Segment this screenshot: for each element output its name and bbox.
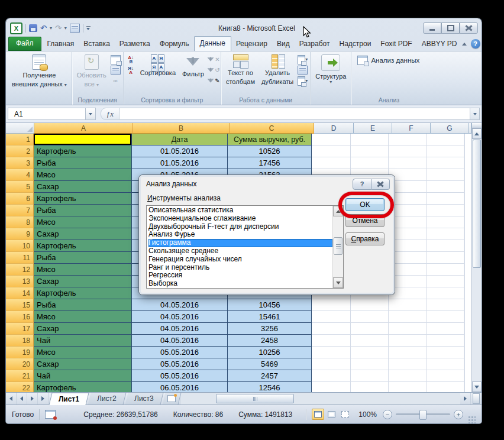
page-layout-view-button[interactable] <box>325 409 338 420</box>
cell[interactable] <box>312 358 351 370</box>
filter-button[interactable]: Фильтр <box>180 54 206 78</box>
customize-qat-icon[interactable] <box>86 26 91 30</box>
horizontal-scroll-thumb[interactable] <box>216 394 294 403</box>
column-header-e[interactable]: E <box>354 123 392 134</box>
cell[interactable]: Картофель <box>34 382 132 392</box>
cell[interactable] <box>427 252 464 264</box>
column-header-d[interactable]: D <box>314 123 354 134</box>
row-header[interactable]: 20 <box>6 358 34 370</box>
cell[interactable] <box>351 335 389 347</box>
sheet-tab-2[interactable]: Лист2 <box>88 393 127 405</box>
properties-icon[interactable] <box>111 66 121 75</box>
cell[interactable]: 01.05.2016 <box>132 145 228 157</box>
cell[interactable] <box>427 311 464 323</box>
list-item[interactable]: Анализ Фурье <box>148 231 332 239</box>
redo-dropdown-icon[interactable]: ▾ <box>64 25 67 31</box>
cell[interactable] <box>351 145 389 157</box>
cell[interactable] <box>312 145 351 157</box>
cell[interactable]: Сахар <box>34 181 132 193</box>
row-header[interactable]: 5 <box>6 181 34 193</box>
list-item[interactable]: Двухвыборочный F-тест для дисперсии <box>148 223 332 231</box>
select-all-corner[interactable] <box>6 123 34 134</box>
cell[interactable] <box>312 323 351 335</box>
sheet-tab-3[interactable]: Лист3 <box>125 393 163 405</box>
scroll-up-button[interactable] <box>472 128 482 139</box>
cell[interactable]: Картофель <box>34 193 132 205</box>
cell[interactable] <box>312 134 351 145</box>
cell[interactable] <box>427 299 464 311</box>
cell[interactable] <box>351 347 389 358</box>
cell[interactable]: Рыба <box>34 252 132 264</box>
cell[interactable]: 5469 <box>228 358 312 370</box>
tab-addins[interactable]: Надстрои <box>334 37 376 51</box>
analysis-tools-listbox[interactable]: Описательная статистика Экспоненциальное… <box>146 205 344 289</box>
cell[interactable]: 2458 <box>228 335 312 347</box>
reapply-filter-icon[interactable]: ↺ <box>208 66 218 75</box>
row-header[interactable]: 12 <box>6 264 34 276</box>
cell[interactable]: Чай <box>34 370 132 382</box>
page-break-view-button[interactable] <box>339 409 351 420</box>
cell[interactable]: Картофель <box>34 287 132 299</box>
cell[interactable]: Рыба <box>34 205 132 216</box>
cell[interactable] <box>312 299 351 311</box>
row-header[interactable]: 10 <box>6 240 34 252</box>
cell[interactable]: Сумма выручки, руб. <box>228 134 312 145</box>
vertical-scroll-track[interactable] <box>472 268 482 381</box>
cell[interactable] <box>389 145 427 157</box>
help-icon[interactable]: ? <box>471 39 480 48</box>
cell[interactable]: 2457 <box>228 370 312 382</box>
listbox-scroll-down[interactable] <box>333 277 343 288</box>
cell[interactable] <box>427 205 464 216</box>
tab-abbyy-pdf[interactable]: ABBYY PD <box>417 37 462 51</box>
list-item-selected[interactable]: Гистограмма <box>148 239 332 247</box>
list-item[interactable]: Регрессия <box>148 271 332 280</box>
dialog-help-button[interactable]: ? <box>353 179 371 190</box>
cell[interactable] <box>427 358 464 370</box>
tab-file[interactable]: Файл <box>8 37 41 51</box>
cell[interactable] <box>427 347 464 358</box>
collapse-ribbon-icon[interactable] <box>462 43 467 46</box>
cell[interactable] <box>312 370 351 382</box>
name-box[interactable]: A1 <box>8 108 86 120</box>
cell[interactable]: Мясо <box>34 264 132 276</box>
cell[interactable]: Рыба <box>34 299 132 311</box>
cell[interactable] <box>351 323 389 335</box>
what-if-analysis-icon[interactable]: ▾ <box>298 76 308 85</box>
first-sheet-button[interactable] <box>6 393 17 405</box>
cell[interactable]: Мясо <box>34 216 132 228</box>
cell[interactable]: 17456 <box>228 157 312 169</box>
column-header-g[interactable]: G <box>431 123 469 134</box>
cell[interactable]: 10456 <box>228 299 312 311</box>
row-header[interactable]: 22 <box>6 382 34 392</box>
row-header[interactable]: 8 <box>6 216 34 228</box>
cell[interactable] <box>351 370 389 382</box>
consolidate-icon[interactable] <box>298 66 308 75</box>
undo-dropdown-icon[interactable]: ▾ <box>50 25 52 31</box>
row-header[interactable]: 7 <box>6 205 34 216</box>
resize-grip[interactable] <box>468 416 476 423</box>
cell[interactable]: Сахар <box>34 276 132 287</box>
sort-descending-icon[interactable]: Я↓А <box>126 66 136 75</box>
cell[interactable]: 01.05.2016 <box>132 157 228 169</box>
row-header[interactable]: 21 <box>6 370 34 382</box>
redo-icon[interactable]: ↷ <box>55 24 62 32</box>
connections-icon[interactable] <box>111 55 121 64</box>
data-validation-icon[interactable]: ▾ <box>298 55 308 64</box>
text-to-columns-button[interactable]: Текст по столбцам <box>224 54 257 86</box>
row-header[interactable]: 3 <box>6 157 34 169</box>
list-item[interactable]: Описательная статистика <box>148 206 332 215</box>
cell[interactable]: Мясо <box>34 347 132 358</box>
cell[interactable] <box>427 335 464 347</box>
insert-sheet-button[interactable] <box>162 393 181 405</box>
listbox-scroll-track[interactable] <box>333 216 343 237</box>
cell[interactable] <box>389 358 427 370</box>
cell[interactable]: Чай <box>34 335 132 347</box>
cell[interactable] <box>351 157 389 169</box>
listbox-scroll-track[interactable] <box>333 255 343 277</box>
list-item[interactable]: Генерация случайных чисел <box>148 255 332 264</box>
column-header-f[interactable]: F <box>392 123 431 134</box>
cell[interactable]: Мясо <box>34 311 132 323</box>
cell[interactable] <box>312 335 351 347</box>
hscroll-right-button[interactable] <box>460 393 471 405</box>
cell[interactable]: Рыба <box>34 157 132 169</box>
